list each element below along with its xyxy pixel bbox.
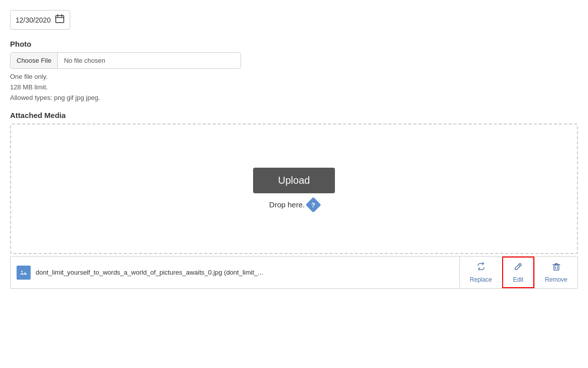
media-filename: dont_limit_yourself_to_words_a_world_of_… — [36, 269, 263, 276]
edit-button[interactable]: Edit — [502, 257, 535, 288]
drop-here-row: Drop here. ? — [269, 199, 319, 210]
drop-here-text: Drop here. — [269, 200, 305, 209]
drop-zone[interactable]: Upload Drop here. ? — [10, 124, 578, 254]
file-hints: One file only. 128 MB limit. Allowed typ… — [10, 72, 578, 103]
hint-one-file: One file only. — [10, 72, 578, 82]
media-item-row: dont_limit_yourself_to_words_a_world_of_… — [10, 256, 578, 289]
replace-icon — [476, 262, 486, 274]
date-section: 12/30/2020 — [10, 10, 578, 30]
replace-button[interactable]: Replace — [459, 257, 502, 288]
photo-section: Photo Choose File No file chosen One fil… — [10, 40, 578, 103]
hint-size: 128 MB limit. — [10, 82, 578, 93]
edit-icon — [513, 262, 523, 274]
upload-button[interactable]: Upload — [253, 168, 335, 193]
photo-label: Photo — [10, 40, 578, 48]
svg-line-6 — [519, 265, 520, 266]
calendar-icon[interactable] — [55, 14, 65, 26]
svg-rect-0 — [56, 16, 64, 23]
hint-types: Allowed types: png gif jpg jpeg. — [10, 93, 578, 103]
no-file-text: No file chosen — [58, 53, 111, 68]
remove-icon — [551, 262, 561, 274]
svg-rect-7 — [554, 265, 559, 270]
remove-button[interactable]: Remove — [534, 257, 577, 288]
media-thumbnail-icon — [17, 266, 31, 280]
file-input-wrapper: Choose File No file chosen — [10, 52, 241, 69]
edit-label: Edit — [513, 276, 524, 283]
replace-label: Replace — [470, 276, 492, 283]
attached-media-section: Attached Media Upload Drop here. ? dont_… — [10, 111, 578, 289]
media-item-info: dont_limit_yourself_to_words_a_world_of_… — [11, 261, 459, 285]
date-value: 12/30/2020 — [16, 16, 51, 24]
svg-point-5 — [21, 271, 23, 272]
attached-media-label: Attached Media — [10, 111, 578, 119]
choose-file-button[interactable]: Choose File — [11, 53, 58, 68]
help-diamond-icon: ? — [305, 197, 321, 212]
remove-label: Remove — [545, 276, 567, 283]
media-actions: Replace Edit — [459, 257, 577, 288]
svg-rect-4 — [19, 268, 28, 277]
help-icon-label: ? — [311, 201, 315, 208]
date-input-wrapper[interactable]: 12/30/2020 — [10, 10, 70, 30]
